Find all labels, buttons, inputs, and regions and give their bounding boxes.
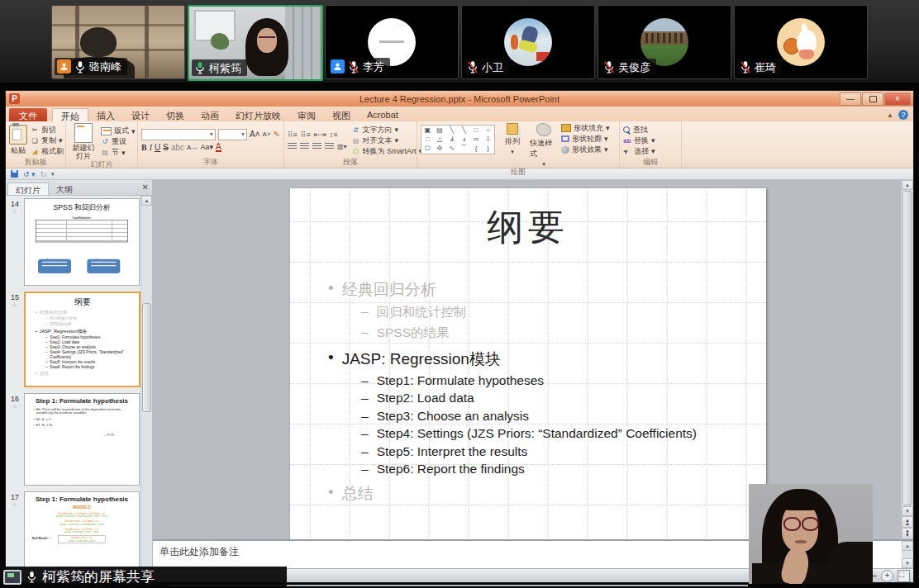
- layout-button[interactable]: 版式 ▾: [101, 126, 136, 136]
- close-button[interactable]: ×: [884, 92, 911, 106]
- select-button[interactable]: ➤选择 ▾: [623, 146, 655, 156]
- scroll-down-icon[interactable]: ▼: [902, 558, 913, 568]
- ribbon-tab[interactable]: 审阅: [289, 108, 324, 121]
- char-spacing-button[interactable]: A↔: [187, 144, 198, 151]
- previous-slide-button[interactable]: ▲▲: [902, 516, 913, 528]
- mini-bullet-list: •H0: There will be no prediction of the …: [25, 407, 139, 427]
- thumbnail-slide-17[interactable]: 17☆ Step 1: Formulate hypothesis MODELS …: [6, 491, 140, 568]
- shadow-button[interactable]: abc: [171, 143, 184, 152]
- transition-star-icon: ☆: [6, 208, 24, 215]
- align-text-button[interactable]: ▤对齐文本 ▾: [352, 135, 423, 145]
- smartart-button[interactable]: ⬡转换为 SmartArt ▾: [352, 146, 423, 156]
- video-tile-kezijun[interactable]: 柯紫筠: [188, 5, 323, 81]
- panel-tabs: 幻灯片 大纲 ✕: [6, 180, 152, 196]
- thumbnail-list: 14☆ SPSS 和回归分析 Coefficientsᵃ: [6, 196, 140, 568]
- ribbon-tab[interactable]: 设计: [123, 108, 158, 121]
- scroll-up-icon[interactable]: ▲: [902, 541, 913, 551]
- ribbon-tab[interactable]: Acrobat: [359, 108, 407, 121]
- shape-fill-button[interactable]: 形状填充 ▾: [561, 123, 610, 133]
- screen: { "meeting": { "participants": [ {"name"…: [0, 0, 919, 588]
- arrange-button[interactable]: 排列▾: [498, 123, 526, 155]
- font-size-combo[interactable]: ▾: [218, 129, 247, 140]
- minimize-button[interactable]: —: [840, 92, 861, 106]
- grow-font-button[interactable]: A˄: [250, 130, 260, 139]
- justify-button[interactable]: [325, 143, 334, 150]
- line-spacing-button[interactable]: ↕≡: [330, 130, 338, 139]
- ribbon-tab[interactable]: 插入: [88, 108, 123, 121]
- save-icon[interactable]: [11, 170, 18, 178]
- vertical-scrollbar[interactable]: ▲ ▼ ▲▲ ▼▼: [901, 180, 913, 539]
- align-right-button[interactable]: [312, 143, 321, 150]
- underline-button[interactable]: U: [155, 143, 160, 152]
- thumbnail-slide-15-selected[interactable]: 15☆ 纲要 •经典回归分析–回归和统计控制–SPSS的结果•JASP: Reg…: [6, 292, 140, 387]
- thumbnail-slide-14[interactable]: 14☆ SPSS 和回归分析 Coefficientsᵃ: [6, 198, 140, 286]
- numbering-button[interactable]: ⠿≡: [301, 130, 311, 139]
- screen-share-banner: 柯紫筠的屏幕共享: [0, 567, 287, 587]
- font-color-button[interactable]: A: [216, 143, 221, 152]
- video-tile-wujunyan[interactable]: 吴俊彦: [598, 5, 731, 79]
- copy-button[interactable]: ❏复制 ▾: [31, 135, 64, 145]
- section-button[interactable]: ▤节 ▾: [101, 148, 136, 158]
- new-slide-button[interactable]: 新建幻灯片: [69, 123, 98, 160]
- bullets-button[interactable]: ⠿≡: [288, 130, 298, 139]
- shapes-gallery[interactable]: ▣▤╲╲□○ □△Ⅎⅎ⇨⇩ ⬠✣∿⌒{}: [421, 125, 495, 154]
- quick-styles-button[interactable]: 快速样式▾: [530, 123, 558, 168]
- participant-name: 吴俊彦: [618, 61, 650, 74]
- shape-effects-button[interactable]: 形状效果 ▾: [561, 145, 610, 154]
- clear-format-icon[interactable]: ✎: [274, 130, 280, 139]
- ribbon-tab[interactable]: 切换: [158, 108, 193, 121]
- redo-icon[interactable]: ↻: [40, 170, 47, 178]
- bold-button[interactable]: B: [141, 143, 147, 152]
- ribbon-tab[interactable]: 幻灯片放映: [227, 108, 289, 121]
- shrink-font-button[interactable]: A˅: [263, 130, 271, 138]
- fit-to-window-button[interactable]: [898, 570, 910, 582]
- file-tab[interactable]: 文件: [9, 108, 47, 121]
- align-left-button[interactable]: [288, 143, 297, 150]
- next-slide-button[interactable]: ▼▼: [902, 528, 913, 539]
- mic-speaking-icon: [194, 61, 206, 74]
- scrollbar-thumb[interactable]: [142, 303, 151, 412]
- strikethrough-button[interactable]: S: [163, 143, 169, 152]
- find-button[interactable]: 查找: [623, 125, 655, 135]
- columns-button[interactable]: ▥▾: [337, 143, 347, 150]
- change-case-button[interactable]: Aa▾: [200, 143, 213, 151]
- video-tile-lifang[interactable]: 李芳: [325, 5, 459, 79]
- shape-outline-button[interactable]: 形状轮廓 ▾: [561, 134, 610, 144]
- panel-tab-outline[interactable]: 大纲: [49, 183, 80, 195]
- scroll-up-icon[interactable]: ▲: [141, 196, 152, 206]
- scrollbar-thumb[interactable]: [902, 191, 912, 505]
- ribbon-tab[interactable]: 动画: [193, 108, 227, 121]
- panel-scrollbar[interactable]: ▲: [140, 196, 152, 568]
- paste-button[interactable]: 粘贴: [9, 123, 27, 158]
- ribbon-tab[interactable]: 视图: [324, 108, 359, 121]
- help-icon[interactable]: ?: [898, 110, 908, 120]
- minimize-ribbon-icon[interactable]: ▲: [887, 111, 893, 119]
- ribbon-tab[interactable]: 开始: [52, 108, 88, 121]
- font-name-combo[interactable]: ▾: [141, 129, 216, 140]
- scroll-down-icon[interactable]: ▼: [902, 506, 913, 516]
- cut-button[interactable]: ✂剪切: [31, 125, 64, 135]
- presenter-webcam-overlay[interactable]: [749, 484, 873, 584]
- title-bar[interactable]: P Lecture 4 Regression.pptx - Microsoft …: [6, 91, 913, 107]
- italic-button[interactable]: I: [150, 143, 152, 152]
- video-tile-luonanfeng[interactable]: 骆南峰: [51, 5, 185, 79]
- participant-label: 李芳: [328, 58, 390, 75]
- slide-canvas[interactable]: 纲要 •经典回归分析–回归和统计控制–SPSS的结果•JASP: Regress…: [290, 188, 766, 545]
- indent-buttons[interactable]: ⇤⇥: [314, 130, 326, 139]
- align-center-button[interactable]: [300, 143, 309, 150]
- video-tile-xiaowei[interactable]: 小卫: [461, 5, 595, 79]
- thumbnail-slide-16[interactable]: 16☆ Step 1: Formulate hypothesis •H0: Th…: [6, 393, 140, 486]
- format-painter-button[interactable]: ◢格式刷: [31, 146, 64, 156]
- replace-button[interactable]: ab替换 ▾: [623, 135, 655, 145]
- panel-tab-slides[interactable]: 幻灯片: [7, 183, 49, 195]
- text-direction-button[interactable]: ⇵文字方向 ▾: [352, 125, 423, 135]
- scroll-up-icon[interactable]: ▲: [902, 180, 913, 190]
- qat-customize-icon[interactable]: ▾: [51, 171, 55, 178]
- video-tile-cuiqi[interactable]: 崔琦: [734, 5, 868, 79]
- reset-button[interactable]: ↺重设: [101, 137, 136, 147]
- zoom-in-button[interactable]: +: [881, 570, 893, 582]
- undo-icon[interactable]: ↺ ▾: [23, 170, 36, 178]
- restore-button[interactable]: [862, 92, 883, 106]
- panel-close-icon[interactable]: ✕: [142, 183, 149, 192]
- notes-scrollbar[interactable]: ▲ ▼: [902, 541, 913, 568]
